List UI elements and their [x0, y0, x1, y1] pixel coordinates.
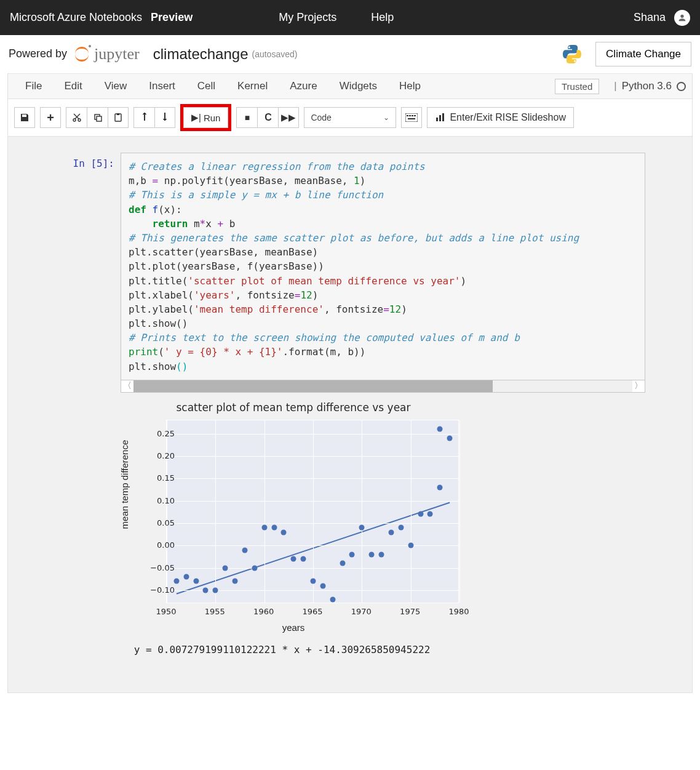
data-point — [320, 583, 325, 588]
data-point — [398, 525, 404, 531]
code-input[interactable]: # Creates a linear regression from the d… — [121, 153, 645, 380]
data-point — [242, 547, 247, 553]
cut-button[interactable] — [66, 107, 87, 128]
code-cell[interactable]: In [5]: # Creates a linear regression fr… — [62, 153, 645, 393]
svg-rect-14 — [442, 113, 444, 121]
data-point — [330, 596, 335, 602]
xtick-label: 1970 — [351, 607, 372, 616]
powered-by-label: Powered by — [9, 47, 67, 60]
svg-rect-3 — [97, 116, 101, 121]
run-label: Run — [204, 113, 221, 123]
restart-run-button[interactable]: ▶▶ — [278, 107, 299, 128]
data-point — [428, 511, 433, 517]
notebook-name[interactable]: climatechange — [153, 46, 249, 63]
kernel-status-icon — [677, 82, 686, 91]
data-point — [281, 529, 287, 535]
data-point — [359, 525, 365, 531]
menu-file[interactable]: File — [14, 80, 53, 92]
data-point — [291, 556, 296, 562]
paste-button[interactable] — [108, 107, 129, 128]
jupyter-logo[interactable]: jupyter — [73, 45, 140, 63]
data-point — [173, 579, 179, 584]
ytick-label: 0.15 — [157, 473, 175, 483]
chart-ylabel: mean temp difference — [119, 440, 130, 529]
data-point — [183, 574, 189, 580]
cell-output: scatter plot of mean temp difference vs … — [121, 399, 645, 656]
trusted-badge[interactable]: Trusted — [555, 79, 599, 94]
avatar-icon[interactable] — [674, 10, 690, 26]
menu-insert[interactable]: Insert — [138, 80, 186, 92]
kernel-indicator: | Python 3.6 — [614, 80, 686, 92]
data-point — [233, 579, 238, 584]
move-down-button[interactable]: 🠗 — [154, 107, 175, 128]
menu-widgets[interactable]: Widgets — [328, 80, 388, 92]
ytick-label: 0.00 — [157, 540, 175, 550]
data-point — [261, 525, 267, 531]
restart-button[interactable]: C — [257, 107, 278, 128]
ytick-label: 0.10 — [157, 495, 175, 505]
cell-type-select[interactable]: Code ⌄ — [304, 107, 396, 128]
svg-point-0 — [73, 119, 76, 121]
data-point — [418, 511, 423, 517]
ytick-label: −0.05 — [150, 563, 175, 572]
data-point — [349, 551, 355, 557]
run-icon: ▶| — [191, 112, 201, 123]
chart-xlabel: years — [121, 622, 466, 633]
scroll-right-icon[interactable]: 〉 — [632, 380, 645, 391]
ytick-label: 0.05 — [157, 518, 175, 527]
chevron-down-icon: ⌄ — [383, 113, 389, 122]
interrupt-button[interactable]: ■ — [236, 107, 257, 128]
data-point — [379, 551, 384, 557]
xtick-label: 1955 — [205, 607, 225, 616]
menu-kernel[interactable]: Kernel — [226, 80, 279, 92]
data-point — [447, 435, 453, 441]
notebook-area: In [5]: # Creates a linear regression fr… — [7, 137, 693, 693]
menu-azure[interactable]: Azure — [279, 80, 328, 92]
toolbar: + 🠕 🠗 ▶| Run ■ C ▶▶ Code ⌄ Enter/Exit RI… — [7, 99, 693, 137]
xtick-label: 1950 — [156, 607, 176, 616]
nav-help[interactable]: Help — [371, 11, 394, 24]
rise-label: Enter/Exit RISE Slideshow — [450, 112, 566, 123]
copy-button[interactable] — [87, 107, 108, 128]
menu-edit[interactable]: Edit — [53, 80, 93, 92]
preview-label: Preview — [151, 11, 193, 24]
menubar: File Edit View Insert Cell Kernel Azure … — [7, 73, 693, 99]
ytick-label: 0.25 — [157, 428, 175, 438]
xtick-label: 1975 — [400, 607, 420, 616]
code-hscrollbar[interactable]: 〈 〉 — [121, 380, 645, 393]
data-point — [213, 588, 218, 593]
scroll-thumb[interactable] — [133, 380, 493, 392]
scatter-chart: scatter plot of mean temp difference vs … — [121, 399, 471, 633]
output-text: y = 0.007279199110122221 * x + -14.30926… — [128, 644, 606, 656]
nav-my-projects[interactable]: My Projects — [279, 11, 336, 24]
cell-type-label: Code — [311, 113, 331, 122]
data-point — [203, 588, 209, 593]
svg-rect-5 — [117, 113, 119, 115]
run-button[interactable]: ▶| Run — [183, 107, 228, 128]
chart-title: scatter plot of mean temp difference vs … — [121, 401, 466, 414]
save-button[interactable] — [14, 107, 35, 128]
azure-top-bar: Microsoft Azure Notebooks Preview My Pro… — [0, 0, 700, 35]
svg-rect-13 — [439, 115, 441, 121]
kernel-select-button[interactable]: Climate Change — [595, 42, 691, 66]
data-point — [437, 484, 443, 490]
command-palette-button[interactable] — [401, 107, 422, 128]
xtick-label: 1960 — [253, 607, 274, 616]
data-point — [301, 556, 306, 562]
menu-help[interactable]: Help — [388, 80, 432, 92]
svg-rect-6 — [405, 113, 418, 122]
ytick-label: −0.10 — [150, 585, 175, 595]
menu-cell[interactable]: Cell — [186, 80, 226, 92]
ytick-label: 0.20 — [157, 451, 175, 460]
menu-view[interactable]: View — [93, 80, 138, 92]
brand-label: Microsoft Azure Notebooks — [10, 11, 142, 24]
rise-slideshow-button[interactable]: Enter/Exit RISE Slideshow — [427, 107, 574, 128]
scroll-left-icon[interactable]: 〈 — [121, 380, 133, 391]
add-cell-button[interactable]: + — [40, 107, 61, 128]
user-area[interactable]: Shana — [634, 10, 690, 26]
run-button-highlight: ▶| Run — [180, 104, 231, 131]
move-up-button[interactable]: 🠕 — [133, 107, 154, 128]
data-point — [223, 565, 228, 571]
data-point — [437, 427, 443, 432]
svg-rect-8 — [409, 115, 411, 116]
